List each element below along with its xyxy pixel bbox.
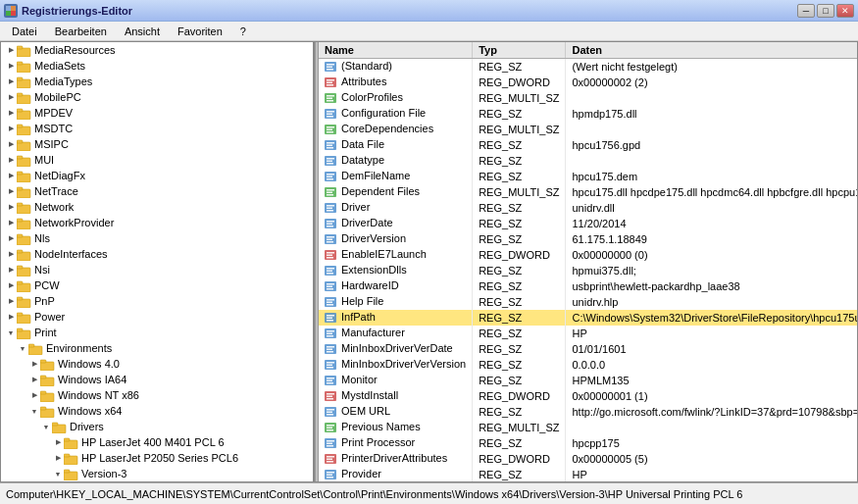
table-row[interactable]: MonitorREG_SZHPMLM135 [319, 373, 857, 388]
maximize-button[interactable]: □ [817, 4, 834, 18]
tree-item-label: MobilePC [34, 91, 81, 103]
table-row[interactable]: DriverREG_SZunidrv.dll [319, 200, 857, 216]
tree-item-windows-ia64[interactable]: ▶ Windows IA64 [1, 372, 313, 387]
expand-icon[interactable]: ▶ [5, 311, 17, 323]
expand-icon[interactable]: ▶ [5, 107, 17, 119]
table-row[interactable]: MinInboxDriverVerVersionREG_SZ0.0.0.0 [319, 357, 857, 373]
svg-rect-87 [327, 84, 333, 86]
table-row[interactable]: ProviderREG_SZHP [319, 467, 857, 482]
tree-item-hp-laserjet-p2050[interactable]: ▶ HP LaserJet P2050 Series PCL6 [1, 450, 313, 466]
tree-item-nls[interactable]: ▶ Nls [1, 230, 313, 246]
table-row[interactable]: ColorProfilesREG_MULTI_SZ [319, 90, 857, 106]
expand-icon[interactable]: ▶ [5, 232, 17, 244]
expand-icon[interactable]: ▶ [5, 185, 17, 197]
tree-item-windows-x64[interactable]: ▼ Windows x64 [1, 403, 313, 419]
tree-item-hp-laserjet-m401[interactable]: ▶ HP LaserJet 400 M401 PCL 6 [1, 434, 313, 450]
cell-name: DriverVersion [319, 231, 473, 247]
expand-icon[interactable]: ▼ [17, 342, 28, 354]
menu-bearbeiten[interactable]: Bearbeiten [47, 24, 115, 39]
table-row[interactable]: DemFileNameREG_SZhpcu175.dem [319, 169, 857, 184]
close-button[interactable]: ✕ [836, 4, 854, 18]
table-row[interactable]: Previous NamesREG_MULTI_SZ [319, 420, 857, 435]
table-row[interactable]: DatatypeREG_SZ [319, 153, 857, 169]
tree-item-windows-40[interactable]: ▶ Windows 4.0 [1, 356, 313, 372]
cell-name: HardwareID [319, 278, 473, 294]
table-row[interactable]: Configuration FileREG_SZhpmdp175.dll [319, 106, 857, 122]
table-row[interactable]: MinInboxDriverVerDateREG_SZ01/01/1601 [319, 341, 857, 357]
cell-name: DemFileName [319, 169, 473, 184]
expand-icon[interactable]: ▶ [5, 170, 17, 181]
tree-item-node-interfaces[interactable]: ▶ NodeInterfaces [1, 246, 313, 262]
tree-item-version-3[interactable]: ▼ Version-3 [1, 466, 313, 481]
table-row[interactable]: ManufacturerREG_SZHP [319, 326, 857, 341]
values-panel[interactable]: Name Typ Daten (Standard)REG_SZ(Wert nic… [319, 42, 857, 481]
expand-icon[interactable]: ▶ [52, 436, 64, 448]
expand-icon[interactable]: ▶ [5, 154, 17, 166]
tree-item-mui[interactable]: ▶ MUI [1, 152, 313, 168]
expand-icon[interactable]: ▶ [5, 201, 17, 213]
expand-icon[interactable]: ▶ [5, 264, 17, 276]
table-row[interactable]: MystdInstallREG_DWORD0x00000001 (1) [319, 388, 857, 404]
expand-icon[interactable]: ▶ [5, 76, 17, 87]
tree-item-windows-nt-x86[interactable]: ▶ Windows NT x86 [1, 387, 313, 403]
table-row[interactable]: EnableIE7LaunchREG_DWORD0x00000000 (0) [319, 247, 857, 263]
table-row[interactable]: Data FileREG_SZhpcu1756.gpd [319, 137, 857, 153]
expand-icon[interactable]: ▶ [5, 138, 17, 150]
tree-item-drivers[interactable]: ▼ Drivers [1, 419, 313, 434]
table-row[interactable]: CoreDependenciesREG_MULTI_SZ [319, 122, 857, 137]
tree-item-media-types[interactable]: ▶ MediaTypes [1, 74, 313, 89]
tree-item-print[interactable]: ▼ Print [1, 325, 313, 340]
table-row[interactable]: PrinterDriverAttributesREG_DWORD0x000000… [319, 451, 857, 467]
expand-icon[interactable]: ▶ [5, 217, 17, 228]
folder-icon [17, 153, 34, 166]
tree-item-nsi[interactable]: ▶ Nsi [1, 262, 313, 277]
expand-icon[interactable]: ▶ [5, 248, 17, 260]
expand-icon[interactable]: ▶ [52, 452, 64, 464]
expand-icon[interactable]: ▶ [5, 44, 17, 56]
tree-item-msipc[interactable]: ▶ MSIPC [1, 136, 313, 152]
expand-icon[interactable]: ▶ [28, 358, 40, 370]
table-row[interactable]: Dependent FilesREG_MULTI_SZhpcu175.dll h… [319, 184, 857, 200]
tree-item-media-resources[interactable]: ▶ MediaResources [1, 42, 313, 58]
menu-favoriten[interactable]: Favoriten [170, 24, 230, 39]
expand-icon[interactable]: ▶ [5, 279, 17, 291]
table-row[interactable]: Help FileREG_SZunidrv.hlp [319, 294, 857, 310]
tree-item-media-sets[interactable]: ▶ MediaSets [1, 58, 313, 74]
expand-icon[interactable]: ▼ [52, 468, 64, 479]
expand-icon[interactable]: ▼ [5, 327, 17, 338]
tree-item-power[interactable]: ▶ Power [1, 309, 313, 325]
expand-icon[interactable]: ▶ [5, 91, 17, 103]
menu-datei[interactable]: Datei [4, 24, 45, 39]
minimize-button[interactable]: ─ [797, 4, 815, 18]
expand-icon[interactable]: ▼ [40, 421, 52, 432]
expand-icon[interactable]: ▼ [28, 405, 40, 417]
table-row[interactable]: DriverDateREG_SZ11/20/2014 [319, 216, 857, 231]
expand-icon[interactable]: ▶ [28, 374, 40, 385]
table-row[interactable]: InfPathREG_SZC:\Windows\System32\DriverS… [319, 310, 857, 326]
tree-item-mobile-pc[interactable]: ▶ MobilePC [1, 89, 313, 105]
svg-rect-153 [327, 346, 334, 348]
expand-icon[interactable]: ▶ [5, 295, 17, 307]
table-row[interactable]: HardwareIDREG_SZusbprint\hewlett-packard… [319, 278, 857, 294]
table-row[interactable]: Print ProcessorREG_SZhpcpp175 [319, 435, 857, 451]
tree-item-network[interactable]: ▶ Network [1, 199, 313, 215]
menu-help[interactable]: ? [232, 24, 254, 39]
tree-panel[interactable]: ▶ MediaResources▶ MediaSets▶ MediaTypes▶… [1, 42, 315, 481]
tree-item-mpdev[interactable]: ▶ MPDEV [1, 105, 313, 121]
table-row[interactable]: ExtensionDllsREG_SZhpmui375.dll; [319, 263, 857, 278]
tree-item-pcw[interactable]: ▶ PCW [1, 277, 313, 293]
table-row[interactable]: (Standard)REG_SZ(Wert nicht festgelegt) [319, 59, 857, 75]
tree-item-net-diag-fx[interactable]: ▶ NetDiagFx [1, 168, 313, 183]
expand-icon[interactable]: ▶ [5, 60, 17, 72]
table-row[interactable]: DriverVersionREG_SZ61.175.1.18849 [319, 231, 857, 247]
tree-item-net-trace[interactable]: ▶ NetTrace [1, 183, 313, 199]
table-row[interactable]: OEM URLREG_SZhttp://go.microsoft.com/fwl… [319, 404, 857, 420]
tree-item-network-provider[interactable]: ▶ NetworkProvider [1, 215, 313, 230]
table-row[interactable]: AttributesREG_DWORD0x00000002 (2) [319, 75, 857, 90]
tree-item-msdtc[interactable]: ▶ MSDTC [1, 121, 313, 136]
menu-ansicht[interactable]: Ansicht [117, 24, 168, 39]
tree-item-pnp[interactable]: ▶ PnP [1, 293, 313, 309]
expand-icon[interactable]: ▶ [5, 123, 17, 134]
expand-icon[interactable]: ▶ [28, 389, 40, 401]
tree-item-environments[interactable]: ▼ Environments [1, 340, 313, 356]
